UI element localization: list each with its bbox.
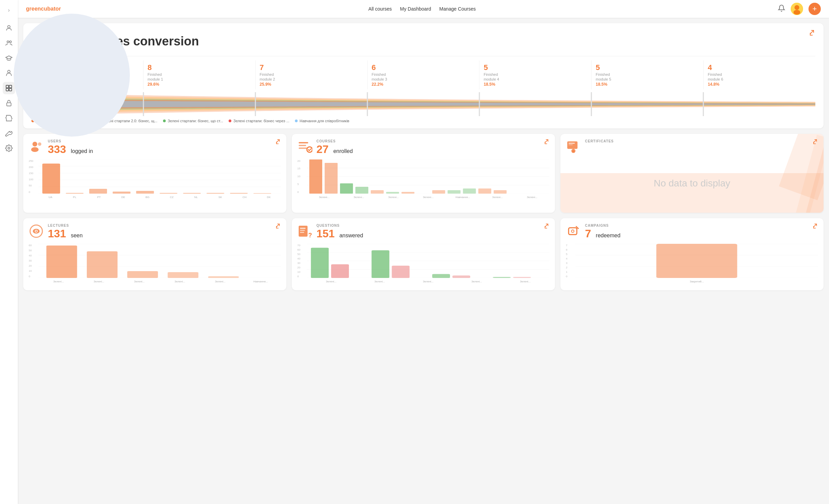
courses-chart: 0 5 10 15 20 (297, 159, 549, 200)
questions-title: 151 answered (316, 227, 541, 240)
campaigns-title: 7 redeemed (585, 227, 809, 240)
lectures-suffix: seen (71, 233, 83, 238)
funnel-expand-icon[interactable] (810, 30, 815, 37)
svg-point-19 (32, 142, 37, 146)
sidebar-icon-user-circle[interactable] (3, 22, 15, 34)
nav-links: All courses My Dashboard Manage Courses (77, 6, 767, 12)
certificates-expand-icon[interactable] (813, 139, 818, 145)
svg-rect-90 (432, 274, 450, 278)
questions-icon: ? (297, 224, 312, 241)
svg-rect-40 (299, 148, 307, 149)
lectures-chart-labels: Зелені... Зелені... Зелені... Зелені... … (38, 280, 281, 283)
users-chart: 0 50 100 150 200 250 (29, 159, 281, 200)
funnel-title-text: top courses conversion (60, 34, 199, 48)
users-number: 333 (48, 143, 66, 155)
svg-point-1 (7, 41, 9, 43)
svg-rect-74 (168, 272, 199, 278)
svg-rect-32 (136, 191, 154, 194)
questions-chart-svg (307, 244, 549, 278)
funnel-stat-5: 5 Finishedmodule 5 18.5% (592, 60, 704, 89)
sidebar-icon-graduation[interactable] (3, 52, 15, 64)
svg-rect-7 (9, 88, 12, 91)
sidebar-icon-dashboard[interactable] (3, 82, 15, 94)
campaigns-number: 7 (585, 227, 591, 240)
courses-suffix: enrolled (333, 148, 353, 154)
courses-icon (297, 139, 312, 157)
sidebar-icon-lock[interactable] (3, 97, 15, 109)
courses-label: COURSES (316, 139, 541, 143)
certificates-icon (566, 139, 581, 157)
svg-rect-72 (87, 251, 118, 278)
nav-all-courses[interactable]: All courses (368, 6, 392, 12)
campaigns-expand-icon[interactable] (813, 224, 818, 229)
svg-rect-49 (340, 183, 353, 194)
svg-rect-30 (89, 189, 107, 194)
legend-dot-1 (97, 120, 100, 122)
svg-point-0 (8, 26, 10, 28)
add-button[interactable]: + (808, 3, 821, 15)
sidebar-icon-tools[interactable] (3, 127, 15, 139)
sidebar-icon-person[interactable] (3, 67, 15, 79)
svg-rect-29 (66, 193, 83, 194)
funnel-stat-pct-4: 18.5% (484, 82, 587, 87)
courses-chart-labels: Зелені... Зелені... Зелені... Зелені... … (307, 196, 549, 199)
sidebar-icon-puzzle[interactable] (3, 112, 15, 124)
funnel-stat-4: 5 Finishedmodule 4 18.5% (479, 60, 592, 89)
svg-rect-93 (513, 277, 531, 278)
funnel-stat-label-0: Courseenrolments (36, 72, 139, 82)
funnel-stat-num-3: 6 (372, 63, 475, 72)
svg-rect-4 (6, 85, 9, 88)
funnel-stat-6: 4 Finishedmodule 6 14.8% (704, 60, 815, 89)
svg-rect-54 (432, 190, 445, 194)
svg-rect-60 (569, 143, 575, 144)
questions-suffix: answered (339, 233, 363, 238)
bell-icon[interactable] (778, 4, 785, 14)
avatar[interactable] (791, 3, 803, 15)
funnel-stat-2: 7 Finishedmodule 2 25.9% (256, 60, 368, 89)
svg-rect-86 (311, 248, 329, 278)
sidebar-icon-settings[interactable] (3, 142, 15, 154)
lectures-number: 131 (48, 227, 66, 240)
svg-rect-77 (300, 228, 305, 229)
header-right: + (778, 3, 821, 15)
campaigns-icon (566, 224, 581, 241)
sidebar-toggle[interactable]: › (3, 4, 15, 16)
users-expand-icon[interactable] (276, 139, 281, 145)
funnel-stat-num-2: 7 (260, 63, 363, 72)
nav-my-dashboard[interactable]: My Dashboard (400, 6, 431, 12)
svg-rect-76 (299, 226, 308, 237)
questions-expand-icon[interactable] (545, 224, 549, 229)
lectures-expand-icon[interactable] (276, 224, 281, 229)
svg-point-2 (10, 41, 12, 43)
svg-point-20 (31, 147, 39, 152)
sidebar-icon-group[interactable] (3, 37, 15, 49)
funnel-stat-label-4: Finishedmodule 4 (484, 72, 587, 82)
users-suffix: logged in (71, 148, 93, 154)
funnel-chart-area (31, 92, 815, 117)
lectures-widget: LECTURES 131 seen 0 10 20 (23, 218, 286, 290)
svg-rect-47 (309, 159, 322, 194)
svg-point-66 (36, 230, 37, 232)
header: greencubator All courses My Dashboard Ma… (18, 0, 829, 18)
certificates-label: CERTIFICATES (585, 139, 809, 143)
questions-label: QUESTIONS (316, 224, 541, 227)
legend-label-1: Зелені стартапи 2.0: бізнес, щ... (102, 119, 157, 123)
legend-item-3: Зелені стартапи: бізнес через ... (229, 119, 289, 123)
legend-label-3: Зелені стартапи: бізнес через ... (233, 119, 289, 123)
lectures-chart: 0 10 20 30 40 50 60 (29, 244, 281, 285)
svg-rect-31 (113, 192, 131, 194)
users-widget: USERS 333 logged in 0 50 100 (23, 134, 286, 213)
svg-rect-92 (493, 277, 511, 278)
legend-label-0: Зелені стартапи 1.2: бізнес, щ... (36, 119, 92, 123)
logo: greencubator (26, 6, 61, 12)
svg-rect-57 (478, 188, 491, 194)
legend-item-1: Зелені стартапи 2.0: бізнес, щ... (97, 119, 157, 123)
svg-rect-55 (448, 190, 461, 194)
svg-rect-8 (7, 103, 11, 106)
legend-dot-2 (163, 120, 166, 122)
courses-expand-icon[interactable] (545, 139, 549, 145)
nav-manage-courses[interactable]: Manage Courses (439, 6, 476, 12)
funnel-stat-3: 6 Finishedmodule 3 22.2% (368, 60, 480, 89)
svg-rect-52 (386, 192, 399, 194)
funnel-card: FUNNEL 5 top courses conversion 27 Cours… (23, 23, 824, 128)
